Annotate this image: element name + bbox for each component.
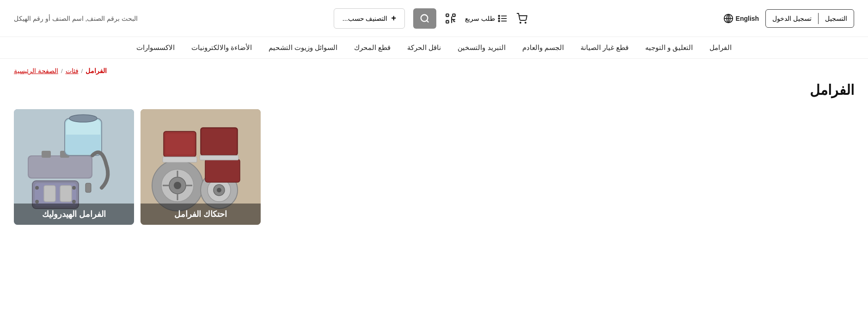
svg-rect-40: [205, 159, 240, 182]
svg-line-21: [427, 20, 428, 22]
svg-rect-55: [60, 185, 72, 202]
svg-rect-13: [452, 14, 455, 16]
breadcrumb-categories[interactable]: فئات: [66, 67, 79, 74]
header: التسجيل تسجيل الدخول English: [0, 0, 868, 37]
svg-point-59: [72, 200, 76, 204]
nav-item-transmission[interactable]: ناقل الحركة: [407, 43, 441, 52]
cart-icon: [516, 13, 527, 24]
breadcrumb-current: الفرامل: [86, 67, 107, 74]
header-right: التسجيل تسجيل الدخول English: [723, 9, 854, 28]
page-title-section: الفرامل: [0, 77, 868, 109]
scan-icon: [445, 12, 457, 25]
svg-point-51: [69, 115, 97, 122]
svg-point-20: [421, 14, 428, 21]
nav-item-suspension[interactable]: التعليق و التوجيه: [645, 43, 693, 52]
svg-rect-41: [163, 157, 197, 162]
svg-rect-39: [202, 129, 237, 154]
nav-item-engine[interactable]: قطع المحرك: [354, 43, 391, 52]
nav-item-lighting[interactable]: الأضاءة والالكترونيات: [191, 43, 252, 52]
svg-point-11: [498, 20, 500, 22]
list-icon: [498, 13, 508, 24]
nav-item-body[interactable]: الجسم والعادم: [522, 43, 564, 52]
svg-point-57: [35, 200, 39, 204]
card-friction-label: احتكاك الفرامل: [141, 204, 261, 225]
breadcrumb-home[interactable]: الصفحة الرئيسية: [14, 67, 58, 74]
quick-order-button[interactable]: طلب سريع: [465, 13, 508, 24]
cart-button[interactable]: [516, 13, 527, 24]
svg-point-4: [520, 22, 521, 23]
breadcrumb-sep2: /: [81, 68, 83, 74]
register-button[interactable]: تسجيل الدخول: [766, 11, 818, 26]
nav-item-cooling[interactable]: التبريد والتسخين: [458, 43, 505, 52]
cards-section: احتكاك الفرامل: [0, 109, 868, 243]
svg-rect-45: [29, 156, 92, 178]
quick-order-label: طلب سريع: [465, 15, 495, 22]
nav-bar: الفرامل التعليق و التوجيه قطع غيار الصيا…: [0, 37, 868, 59]
svg-point-58: [72, 186, 76, 190]
svg-point-9: [498, 15, 500, 17]
language-selector[interactable]: English: [723, 13, 759, 24]
nav-item-maintenance[interactable]: قطع غيار الصيانة: [581, 43, 629, 52]
svg-rect-54: [44, 185, 55, 202]
page-title: الفرامل: [14, 82, 854, 98]
search-button[interactable]: [413, 8, 436, 29]
svg-point-34: [217, 188, 221, 192]
header-center: طلب سريع + التصنيف حسب: [138, 8, 723, 29]
nav-item-fluids[interactable]: السوائل وزيوت التشحيم: [269, 43, 337, 52]
svg-rect-42: [200, 155, 238, 160]
card-brake-friction[interactable]: احتكاك الفرامل: [141, 109, 261, 225]
filter-button[interactable]: + التصنيف حسب...: [334, 8, 405, 29]
svg-point-26: [174, 182, 181, 189]
auth-divider: [818, 13, 819, 24]
breadcrumb: الفرامل / فئات / الصفحة الرئيسية: [0, 59, 868, 77]
scan-button[interactable]: [445, 12, 457, 25]
card-brake-hydraulic[interactable]: الفرامل الهيدروليك: [14, 109, 134, 225]
svg-rect-12: [446, 14, 448, 16]
search-description: البحث برقم الصنف, اسم الصنف أو رقم الهيك…: [14, 15, 138, 22]
svg-point-56: [35, 186, 39, 190]
svg-rect-60: [86, 183, 91, 192]
filter-label: التصنيف حسب...: [342, 15, 388, 22]
svg-point-5: [525, 22, 526, 23]
login-button[interactable]: التسجيل: [819, 11, 854, 26]
globe-icon: [723, 13, 734, 24]
svg-rect-50: [66, 135, 100, 154]
breadcrumb-sep1: /: [61, 68, 63, 74]
nav-item-brakes[interactable]: الفرامل: [709, 43, 732, 52]
card-hydraulic-label: الفرامل الهيدروليك: [14, 204, 134, 225]
nav-item-accessories[interactable]: الاكسسوارات: [136, 43, 175, 52]
svg-rect-37: [166, 134, 194, 154]
svg-rect-46: [42, 151, 51, 158]
language-label: English: [736, 15, 759, 22]
svg-point-10: [498, 18, 500, 19]
filter-plus-icon: +: [391, 13, 396, 23]
search-icon: [420, 13, 430, 24]
svg-rect-14: [446, 20, 448, 23]
auth-buttons: التسجيل تسجيل الدخول: [765, 9, 854, 28]
